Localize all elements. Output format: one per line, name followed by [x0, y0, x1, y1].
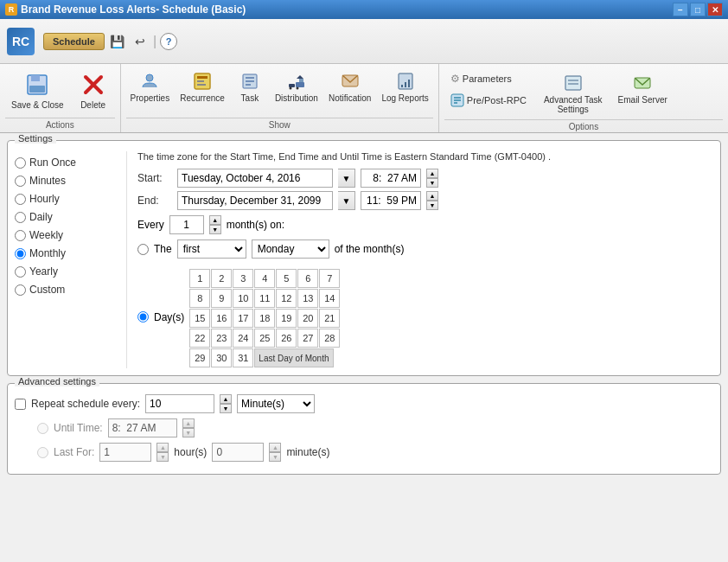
recurrence-button[interactable]: Recurrence	[176, 67, 229, 106]
start-time-up[interactable]: ▲	[426, 169, 438, 178]
cal-1[interactable]: 1	[189, 269, 210, 288]
radio-yearly[interactable]: Yearly	[15, 264, 119, 279]
cal-13[interactable]: 13	[297, 289, 318, 308]
log-reports-button[interactable]: Log Reports	[377, 67, 432, 106]
cal-20[interactable]: 20	[297, 309, 318, 328]
end-date-dropdown[interactable]: ▼	[338, 191, 355, 210]
cal-26[interactable]: 26	[276, 329, 297, 348]
repeat-down[interactable]: ▼	[220, 404, 232, 413]
cal-last-day[interactable]: Last Day of Month	[254, 348, 333, 367]
radio-monthly-input[interactable]	[15, 248, 26, 259]
end-date-input[interactable]	[177, 191, 333, 210]
radio-custom[interactable]: Custom	[15, 282, 119, 297]
cal-22[interactable]: 22	[189, 329, 210, 348]
radio-yearly-input[interactable]	[15, 266, 26, 278]
repeat-value-input[interactable]	[145, 394, 214, 413]
delete-button[interactable]: Delete	[72, 67, 115, 113]
radio-monthly[interactable]: Monthly	[15, 246, 119, 261]
radio-minutes[interactable]: Minutes	[15, 173, 119, 188]
save-close-button[interactable]: Save & Close	[5, 67, 70, 113]
cal-24[interactable]: 24	[233, 329, 253, 348]
save-quick-button[interactable]: 💾	[108, 32, 127, 51]
close-button[interactable]: ✕	[707, 3, 723, 16]
cal-30[interactable]: 30	[211, 348, 232, 367]
last-for-minutes-up[interactable]: ▲	[269, 443, 281, 452]
cal-28[interactable]: 28	[319, 329, 340, 348]
the-radio[interactable]	[137, 244, 149, 255]
notification-button[interactable]: Notification	[324, 67, 375, 106]
help-button[interactable]: ?	[160, 33, 177, 50]
advanced-task-button[interactable]: Advanced TaskSettings	[540, 69, 607, 118]
cal-10[interactable]: 10	[233, 289, 253, 308]
last-for-hours-input[interactable]	[99, 443, 151, 462]
cal-29[interactable]: 29	[189, 348, 210, 367]
cal-4[interactable]: 4	[254, 269, 275, 288]
cal-17[interactable]: 17	[233, 309, 253, 328]
every-input[interactable]	[169, 215, 204, 234]
cal-25[interactable]: 25	[254, 329, 275, 348]
radio-hourly[interactable]: Hourly	[15, 191, 119, 207]
until-time-radio[interactable]	[37, 423, 48, 434]
radio-run-once[interactable]: Run Once	[15, 155, 119, 170]
cal-9[interactable]: 9	[211, 289, 232, 308]
until-time-up[interactable]: ▲	[182, 418, 195, 428]
undo-quick-button[interactable]: ↩	[131, 32, 150, 51]
restore-button[interactable]: □	[690, 3, 706, 16]
cal-3[interactable]: 3	[233, 269, 253, 288]
distribution-button[interactable]: Distribution	[271, 67, 322, 106]
every-up[interactable]: ▲	[209, 215, 221, 225]
cal-11[interactable]: 11	[254, 289, 275, 308]
repeat-up[interactable]: ▲	[220, 394, 232, 404]
cal-7[interactable]: 7	[319, 269, 340, 288]
cal-16[interactable]: 16	[211, 309, 232, 328]
radio-custom-input[interactable]	[15, 284, 26, 296]
schedule-tab[interactable]: Schedule	[43, 33, 105, 50]
radio-run-once-input[interactable]	[15, 157, 26, 169]
start-time-down[interactable]: ▼	[426, 178, 438, 188]
repeat-unit-select[interactable]: Minute(s) Hour(s)	[237, 394, 315, 413]
last-for-hours-down[interactable]: ▼	[156, 452, 169, 462]
cal-18[interactable]: 18	[254, 309, 275, 328]
radio-weekly-input[interactable]	[15, 230, 26, 241]
cal-2[interactable]: 2	[211, 269, 232, 288]
cal-6[interactable]: 6	[297, 269, 318, 288]
cal-8[interactable]: 8	[189, 289, 210, 308]
days-radio[interactable]	[137, 311, 149, 323]
cal-21[interactable]: 21	[319, 309, 340, 328]
end-time-down[interactable]: ▼	[426, 201, 438, 210]
cal-27[interactable]: 27	[297, 329, 318, 348]
last-for-radio[interactable]	[37, 447, 48, 458]
properties-button[interactable]: Properties	[126, 67, 175, 106]
cal-31[interactable]: 31	[233, 348, 253, 367]
day-of-week-select[interactable]: Monday Tuesday Wednesday Thursday Friday…	[252, 239, 329, 259]
radio-daily-input[interactable]	[15, 212, 26, 223]
cal-5[interactable]: 5	[276, 269, 297, 288]
minimize-button[interactable]: −	[673, 3, 688, 16]
first-select[interactable]: first second third fourth last	[177, 239, 246, 259]
repeat-checkbox[interactable]	[15, 399, 26, 410]
task-button[interactable]: Task	[231, 67, 269, 106]
last-for-minutes-down[interactable]: ▼	[269, 452, 281, 462]
pre-post-rpc-button[interactable]: Pre/Post-RPC	[444, 90, 533, 111]
cal-15[interactable]: 15	[189, 309, 210, 328]
cal-14[interactable]: 14	[319, 289, 340, 308]
start-date-input[interactable]	[177, 169, 333, 188]
cal-19[interactable]: 19	[276, 309, 297, 328]
cal-12[interactable]: 12	[276, 289, 297, 308]
until-time-down[interactable]: ▼	[182, 428, 195, 437]
email-server-button[interactable]: Email Server	[614, 69, 672, 108]
start-date-dropdown[interactable]: ▼	[338, 169, 355, 188]
radio-daily[interactable]: Daily	[15, 209, 119, 225]
every-down[interactable]: ▼	[209, 225, 221, 234]
cal-23[interactable]: 23	[211, 329, 232, 348]
end-time-input[interactable]	[361, 191, 421, 210]
last-for-hours-up[interactable]: ▲	[156, 443, 169, 452]
radio-minutes-input[interactable]	[15, 176, 26, 187]
parameters-button[interactable]: ⚙ Parameters	[444, 69, 533, 88]
until-time-input[interactable]	[108, 418, 177, 437]
start-time-input[interactable]	[361, 169, 421, 188]
radio-hourly-input[interactable]	[15, 194, 26, 205]
radio-weekly[interactable]: Weekly	[15, 227, 119, 243]
last-for-minutes-input[interactable]	[212, 443, 264, 462]
end-time-up[interactable]: ▲	[426, 191, 438, 201]
